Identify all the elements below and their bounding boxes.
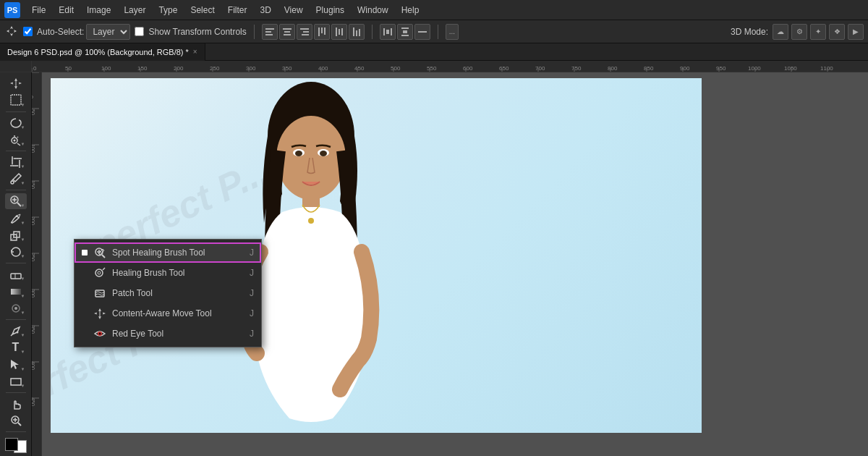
svg-rect-13 [336, 28, 337, 36]
3d-icon-4[interactable]: ❖ [829, 24, 845, 40]
clone-stamp-tool-btn[interactable]: ▼ [5, 227, 27, 243]
3d-icon-3[interactable]: ✦ [810, 24, 826, 40]
menu-window[interactable]: Window [352, 4, 394, 17]
menu-select[interactable]: Select [184, 4, 220, 17]
lasso-arrow: ▼ [21, 125, 25, 130]
auto-select-checkbox[interactable] [23, 27, 33, 36]
svg-text:350: 350 [32, 325, 35, 334]
red-eye-icon [93, 327, 106, 340]
menu-type[interactable]: Type [153, 4, 183, 17]
marquee-tool-btn[interactable]: ▼ [5, 92, 27, 108]
gradient-tool-btn[interactable]: ▼ [5, 283, 27, 299]
more-options-btn[interactable]: ... [446, 24, 459, 40]
svg-rect-24 [403, 30, 407, 33]
foreground-color-swatch[interactable] [5, 438, 18, 451]
toolbar-sep-2 [6, 151, 26, 151]
svg-point-128 [276, 116, 346, 200]
toolbar-sep-7 [6, 431, 26, 432]
svg-text:100: 100 [32, 144, 35, 153]
svg-rect-102 [11, 379, 21, 385]
healing-brush-tool-btn[interactable]: ▼ [5, 193, 27, 209]
show-transform-checkbox[interactable] [135, 27, 144, 36]
svg-line-104 [18, 423, 21, 426]
menu-file[interactable]: File [26, 4, 51, 17]
path-selection-tool-btn[interactable]: ▼ [5, 356, 27, 372]
align-left-btn[interactable] [262, 24, 278, 40]
menu-view[interactable]: View [278, 4, 309, 17]
menu-3d[interactable]: 3D [254, 4, 276, 17]
dropdown-item-red-eye[interactable]: Red Eye Tool J [75, 324, 261, 344]
3d-icon-2[interactable]: ⚙ [791, 24, 807, 40]
menu-edit[interactable]: Edit [53, 4, 80, 17]
toolbar-sep-6 [6, 392, 26, 393]
svg-text:150: 150 [32, 180, 35, 189]
menu-plugins[interactable]: Plugins [310, 4, 350, 17]
align-middle-btn[interactable] [331, 24, 347, 40]
options-separator-2 [372, 25, 373, 39]
dropdown-item-spot-healing[interactable]: Spot Healing Brush Tool J [75, 242, 261, 263]
zoom-tool-btn[interactable] [5, 413, 27, 428]
svg-text:500: 500 [391, 65, 401, 72]
svg-point-100 [16, 331, 18, 333]
svg-marker-72 [10, 78, 22, 89]
svg-rect-17 [356, 30, 357, 36]
dist-h-btn[interactable] [380, 24, 396, 40]
align-bottom-btn[interactable] [349, 24, 365, 40]
align-right-btn[interactable] [297, 24, 312, 40]
ruler-container: 0 50 100 150 200 250 300 350 400 450 [0, 61, 868, 72]
eyedropper-tool-btn[interactable]: ▼ [5, 171, 27, 187]
hand-tool-btn[interactable] [5, 396, 27, 412]
menu-filter[interactable]: Filter [222, 4, 253, 17]
content-aware-shortcut: J [250, 308, 254, 318]
quick-select-tool-btn[interactable]: ▼ [5, 132, 27, 148]
svg-point-137 [308, 218, 314, 224]
tool-dropdown-menu[interactable]: Spot Healing Brush Tool J Healing Brush … [74, 239, 262, 347]
tab-close-btn[interactable]: × [193, 48, 197, 56]
text-tool-btn[interactable]: T ▼ [5, 339, 27, 355]
3d-icon-1[interactable]: ☁ [773, 24, 788, 40]
svg-rect-4 [283, 28, 292, 30]
svg-text:900: 900 [680, 65, 690, 72]
dist-v-btn[interactable] [397, 24, 413, 40]
dropdown-item-content-aware[interactable]: Content-Aware Move Tool J [75, 303, 261, 324]
menu-bar: PS File Edit Image Layer Type Select Fil… [0, 0, 868, 20]
align-center-btn[interactable] [279, 24, 295, 40]
svg-point-131 [295, 151, 302, 156]
patch-label: Patch Tool [112, 288, 244, 298]
eyedropper-arrow: ▼ [21, 181, 25, 185]
svg-rect-135 [312, 207, 320, 243]
blur-tool-btn[interactable]: ▼ [5, 300, 27, 316]
svg-text:750: 750 [571, 65, 582, 72]
svg-point-146 [99, 333, 101, 335]
menu-image[interactable]: Image [81, 4, 116, 17]
path-selection-arrow: ▼ [21, 367, 25, 371]
color-swatches[interactable] [5, 438, 27, 453]
menu-layer[interactable]: Layer [118, 4, 151, 17]
quick-select-arrow: ▼ [21, 142, 25, 146]
spot-healing-label: Spot Healing Brush Tool [112, 248, 244, 258]
menu-help[interactable]: Help [396, 4, 425, 17]
svg-text:200: 200 [174, 65, 184, 72]
history-brush-tool-btn[interactable]: ▼ [5, 244, 27, 260]
eraser-tool-btn[interactable]: ▼ [5, 266, 27, 282]
layer-dropdown[interactable]: Layer [86, 24, 130, 40]
crop-arrow: ▼ [21, 164, 25, 169]
clone-arrow: ▼ [21, 237, 25, 242]
svg-text:250: 250 [210, 65, 220, 72]
rectangle-tool-btn[interactable]: ▼ [5, 373, 27, 389]
3d-icon-5[interactable]: ▶ [848, 24, 864, 40]
pen-tool-btn[interactable]: ▼ [5, 323, 27, 339]
move-tool-btn[interactable] [5, 75, 27, 91]
canvas-content: perfect P... rfect Pix [42, 72, 868, 456]
brush-tool-btn[interactable]: ▼ [5, 210, 27, 226]
svg-rect-15 [341, 28, 343, 35]
dropdown-item-patch[interactable]: Patch Tool J [75, 283, 261, 303]
dist-more-btn[interactable] [414, 24, 430, 40]
dropdown-item-healing-brush[interactable]: Healing Brush Tool J [75, 263, 261, 283]
tab-design6[interactable]: Design 6 PSD.psd @ 100% (Background, RGB… [0, 43, 205, 61]
align-top-btn[interactable] [314, 24, 330, 40]
crop-tool-btn[interactable]: ▼ [5, 154, 27, 170]
svg-rect-12 [324, 28, 326, 35]
healing-brush-icon [93, 266, 106, 279]
lasso-tool-btn[interactable]: ▼ [5, 114, 27, 130]
